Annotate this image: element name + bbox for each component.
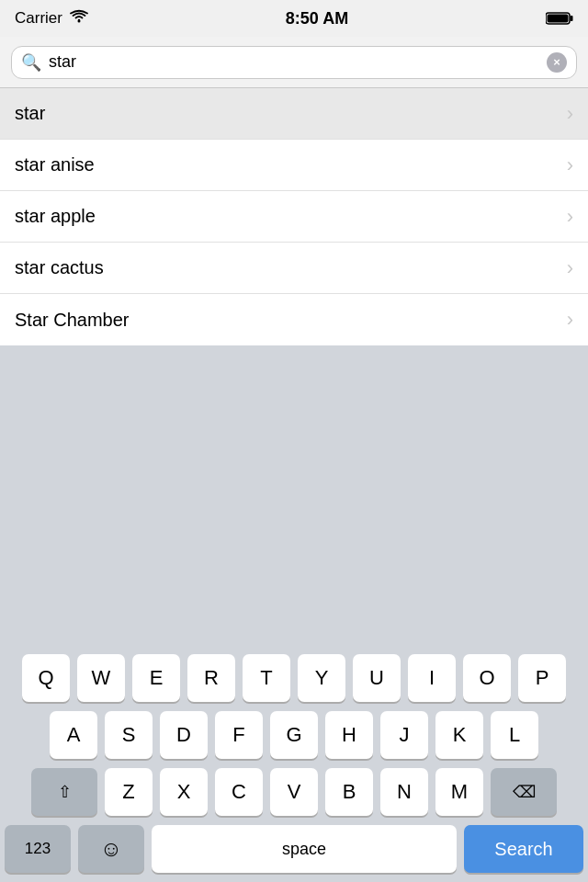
key-h[interactable]: H xyxy=(325,711,373,759)
key-label: F xyxy=(232,723,244,747)
status-left: Carrier xyxy=(15,9,88,28)
suggestion-item[interactable]: star anise› xyxy=(0,140,588,191)
shift-key[interactable]: ⇧ xyxy=(31,768,97,816)
space-key[interactable]: space xyxy=(152,825,457,873)
battery-icon xyxy=(546,11,573,26)
key-v[interactable]: V xyxy=(270,768,318,816)
keyboard: QWERTYUIOP ASDFGHJKL ⇧ZXCVBNM⌫ 123 ☺ spa… xyxy=(0,645,588,882)
chevron-icon: › xyxy=(567,205,573,229)
key-label: Z xyxy=(122,780,134,804)
key-i[interactable]: I xyxy=(408,654,456,702)
suggestion-text: star cactus xyxy=(15,257,104,278)
keyboard-row-3: ⇧ZXCVBNM⌫ xyxy=(5,768,583,816)
suggestions-list: star›star anise›star apple›star cactus›S… xyxy=(0,88,588,345)
key-g[interactable]: G xyxy=(270,711,318,759)
clear-icon: × xyxy=(553,55,560,69)
carrier-label: Carrier xyxy=(15,9,62,28)
wifi-icon xyxy=(70,9,88,28)
search-container: 🔍 × xyxy=(11,46,577,79)
key-label: R xyxy=(204,666,219,690)
key-o[interactable]: O xyxy=(463,654,511,702)
emoji-key[interactable]: ☺ xyxy=(78,825,144,873)
key-label: O xyxy=(479,666,494,690)
suggestion-text: Star Chamber xyxy=(15,310,130,331)
svg-point-0 xyxy=(77,19,80,22)
svg-rect-3 xyxy=(548,15,569,23)
key-label: P xyxy=(536,666,549,690)
key-j[interactable]: J xyxy=(380,711,428,759)
key-l[interactable]: L xyxy=(491,711,538,759)
keyboard-bottom-row: 123 ☺ space Search xyxy=(5,825,583,873)
key-e[interactable]: E xyxy=(132,654,180,702)
key-label: Q xyxy=(38,666,53,690)
key-label: U xyxy=(369,666,384,690)
delete-icon: ⌫ xyxy=(513,782,536,802)
key-label: W xyxy=(92,666,111,690)
suggestion-item[interactable]: star› xyxy=(0,88,588,140)
key-m[interactable]: M xyxy=(435,768,483,816)
search-bar: 🔍 × xyxy=(0,37,588,88)
key-x[interactable]: X xyxy=(160,768,208,816)
key-label: D xyxy=(176,723,191,747)
key-label: Y xyxy=(315,666,329,690)
key-u[interactable]: U xyxy=(353,654,401,702)
status-bar: Carrier 8:50 AM xyxy=(0,0,588,37)
key-label: H xyxy=(342,723,356,747)
suggestion-item[interactable]: star cactus› xyxy=(0,243,588,294)
suggestion-item[interactable]: star apple› xyxy=(0,191,588,243)
shift-icon: ⇧ xyxy=(58,782,72,802)
key-n[interactable]: N xyxy=(380,768,428,816)
chevron-icon: › xyxy=(567,256,573,280)
key-f[interactable]: F xyxy=(215,711,263,759)
suggestion-item[interactable]: Star Chamber› xyxy=(0,294,588,345)
key-label: S xyxy=(122,723,136,747)
key-p[interactable]: P xyxy=(518,654,566,702)
suggestion-text: star apple xyxy=(15,206,96,227)
key-q[interactable]: Q xyxy=(22,654,70,702)
chevron-icon: › xyxy=(567,308,573,332)
keyboard-row-1: QWERTYUIOP xyxy=(5,654,583,702)
key-label: I xyxy=(429,666,435,690)
key-k[interactable]: K xyxy=(435,711,483,759)
delete-key[interactable]: ⌫ xyxy=(491,768,557,816)
key-label: E xyxy=(150,666,164,690)
suggestion-text: star anise xyxy=(15,154,95,175)
key-label: M xyxy=(451,780,468,804)
key-label: L xyxy=(509,723,520,747)
search-key[interactable]: Search xyxy=(464,825,583,873)
numbers-key[interactable]: 123 xyxy=(5,825,71,873)
key-label: V xyxy=(288,780,301,804)
key-label: A xyxy=(67,723,81,747)
key-label: X xyxy=(177,780,191,804)
key-label: B xyxy=(343,780,356,804)
svg-rect-2 xyxy=(571,16,573,21)
key-label: T xyxy=(260,666,272,690)
key-w[interactable]: W xyxy=(77,654,125,702)
key-z[interactable]: Z xyxy=(105,768,153,816)
key-s[interactable]: S xyxy=(105,711,153,759)
key-label: C xyxy=(232,780,246,804)
keyboard-row-2: ASDFGHJKL xyxy=(5,711,583,759)
search-input[interactable] xyxy=(49,52,539,72)
time-display: 8:50 AM xyxy=(286,9,348,28)
suggestion-text: star xyxy=(15,103,45,124)
clear-button[interactable]: × xyxy=(547,52,567,73)
key-label: G xyxy=(286,723,301,747)
chevron-icon: › xyxy=(567,153,573,177)
key-label: J xyxy=(400,723,410,747)
key-label: K xyxy=(453,723,467,747)
key-d[interactable]: D xyxy=(160,711,208,759)
search-icon: 🔍 xyxy=(21,52,41,73)
key-b[interactable]: B xyxy=(325,768,373,816)
key-a[interactable]: A xyxy=(50,711,97,759)
key-y[interactable]: Y xyxy=(298,654,345,702)
key-t[interactable]: T xyxy=(243,654,290,702)
key-c[interactable]: C xyxy=(215,768,263,816)
key-label: N xyxy=(397,780,412,804)
key-r[interactable]: R xyxy=(187,654,235,702)
chevron-icon: › xyxy=(567,102,573,126)
